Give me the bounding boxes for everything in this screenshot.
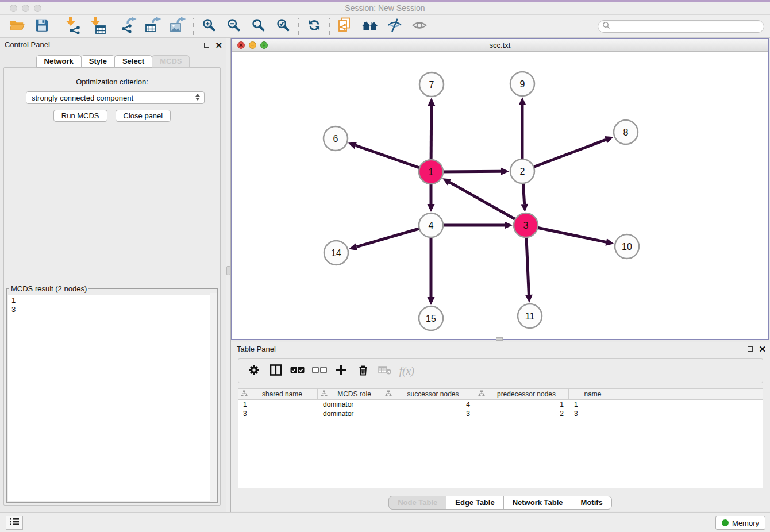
graph-node-6[interactable]: 6: [324, 126, 348, 151]
graph-node-14[interactable]: 14: [324, 241, 348, 265]
zoom-in-button[interactable]: [197, 16, 221, 37]
open-session-button[interactable]: [5, 16, 29, 37]
status-bar: Memory: [0, 512, 770, 532]
zoom-window-button[interactable]: [34, 5, 41, 12]
hierarchy-icon: [241, 390, 248, 399]
float-table-panel-icon[interactable]: [748, 346, 753, 352]
mcds-result-text[interactable]: 13: [8, 295, 216, 501]
graph-node-1[interactable]: 1: [419, 160, 443, 184]
show-network-overview-button[interactable]: [357, 16, 382, 37]
export-table-button[interactable]: [141, 16, 165, 37]
graph-node-7[interactable]: 7: [419, 72, 444, 97]
deselect-all-button[interactable]: [309, 361, 330, 381]
hierarchy-icon: [385, 390, 392, 399]
task-history-button[interactable]: [6, 516, 23, 530]
network-frame-titlebar[interactable]: ✕ − + scc.txt: [232, 39, 768, 52]
table-row[interactable]: 1dominator411: [238, 400, 763, 409]
table-cell[interactable]: dominator: [318, 400, 382, 409]
graph-edge-2-8[interactable]: [522, 140, 606, 171]
network-graph[interactable]: 7968124314101511: [232, 52, 768, 339]
criterion-dropdown[interactable]: strongly connected component: [26, 91, 205, 104]
column-header-shared-name[interactable]: shared name: [238, 389, 318, 399]
graph-node-10[interactable]: 10: [615, 234, 639, 259]
apply-layout-button[interactable]: [302, 16, 326, 37]
table-cell[interactable]: 4: [382, 400, 475, 409]
create-network-view-button[interactable]: [333, 16, 357, 37]
graph-node-4[interactable]: 4: [419, 213, 443, 237]
float-panel-icon[interactable]: [204, 43, 209, 48]
horizontal-splitter-grip[interactable]: [496, 337, 503, 341]
minimize-window-button[interactable]: [22, 5, 29, 12]
node-label: 4: [429, 221, 434, 230]
toolbar-separator: [193, 18, 194, 35]
search-input[interactable]: [610, 21, 764, 32]
show-all-button[interactable]: [407, 16, 432, 37]
graph-node-15[interactable]: 15: [419, 306, 443, 330]
hide-selected-button[interactable]: [382, 16, 407, 37]
toggle-columns-button[interactable]: [265, 361, 287, 381]
splitter-grip[interactable]: [226, 266, 230, 275]
table-cell[interactable]: 1: [238, 400, 318, 409]
table-cell[interactable]: 3: [238, 409, 318, 418]
network-document-icon: [337, 17, 354, 36]
tab-edge-table[interactable]: Edge Table: [446, 496, 503, 510]
tab-network-table[interactable]: Network Table: [503, 496, 572, 510]
table-cell[interactable]: 3: [569, 409, 617, 418]
edge-arrowhead: [521, 204, 528, 212]
memory-button[interactable]: Memory: [715, 516, 765, 530]
zoom-out-button[interactable]: [221, 16, 246, 37]
column-header-MCDS-role[interactable]: MCDS role: [318, 389, 382, 399]
column-header-predecessor-nodes[interactable]: predecessor nodes: [475, 389, 569, 399]
graph-node-9[interactable]: 9: [510, 72, 534, 96]
column-header-name[interactable]: name: [569, 389, 617, 399]
import-table-button[interactable]: [85, 16, 110, 37]
select-all-button[interactable]: [287, 361, 309, 381]
table-panel-header: Table Panel ✕: [231, 342, 770, 357]
table-settings-button[interactable]: [243, 361, 265, 381]
graph-node-2[interactable]: 2: [510, 159, 534, 183]
table-row[interactable]: 3dominator323: [238, 409, 763, 418]
import-network-button[interactable]: [60, 16, 85, 37]
tab-mcds[interactable]: MCDS: [152, 55, 190, 68]
export-image-button[interactable]: [165, 16, 190, 37]
vertical-splitter[interactable]: [226, 38, 231, 512]
graph-node-11[interactable]: 11: [518, 304, 542, 328]
result-scrollbar[interactable]: [210, 293, 217, 502]
tab-network[interactable]: Network: [36, 55, 82, 68]
graph-edge-3-1[interactable]: [449, 182, 526, 225]
tab-select[interactable]: Select: [114, 55, 152, 68]
export-network-icon: [120, 17, 137, 36]
close-table-panel-icon[interactable]: ✕: [759, 346, 766, 352]
graph-node-8[interactable]: 8: [614, 120, 638, 144]
tab-node-table[interactable]: Node Table: [388, 496, 446, 510]
close-panel-icon[interactable]: ✕: [215, 42, 222, 48]
result-line: 3: [8, 305, 216, 314]
column-header-successor-nodes[interactable]: successor nodes: [382, 389, 475, 399]
zoom-fit-button[interactable]: [246, 16, 271, 37]
zoom-selected-button[interactable]: [271, 16, 295, 37]
memory-label: Memory: [732, 519, 759, 527]
close-panel-button[interactable]: Close panel: [116, 110, 171, 122]
network-maximize-button[interactable]: +: [260, 41, 268, 49]
run-mcds-button[interactable]: Run MCDS: [53, 110, 107, 122]
table-cell[interactable]: dominator: [318, 409, 382, 418]
table-cell[interactable]: 2: [475, 409, 569, 418]
tab-style[interactable]: Style: [81, 55, 115, 68]
close-window-button[interactable]: [10, 5, 17, 12]
network-canvas[interactable]: 7968124314101511: [232, 52, 768, 339]
table-cell[interactable]: 1: [475, 400, 569, 409]
edge-arrowhead: [605, 238, 614, 246]
tab-motifs[interactable]: Motifs: [572, 496, 612, 510]
table-cell[interactable]: 3: [382, 409, 475, 418]
edge-arrowhead: [519, 97, 526, 105]
export-network-button[interactable]: [116, 16, 141, 37]
network-close-button[interactable]: ✕: [237, 41, 245, 49]
create-column-button[interactable]: [330, 361, 352, 381]
search-field[interactable]: [598, 20, 764, 33]
save-session-button[interactable]: [29, 16, 54, 37]
node-label: 15: [426, 314, 436, 323]
table-cell[interactable]: 1: [569, 400, 617, 409]
delete-columns-button[interactable]: [352, 361, 374, 381]
network-minimize-button[interactable]: −: [249, 41, 256, 49]
graph-node-3[interactable]: 3: [514, 213, 538, 237]
